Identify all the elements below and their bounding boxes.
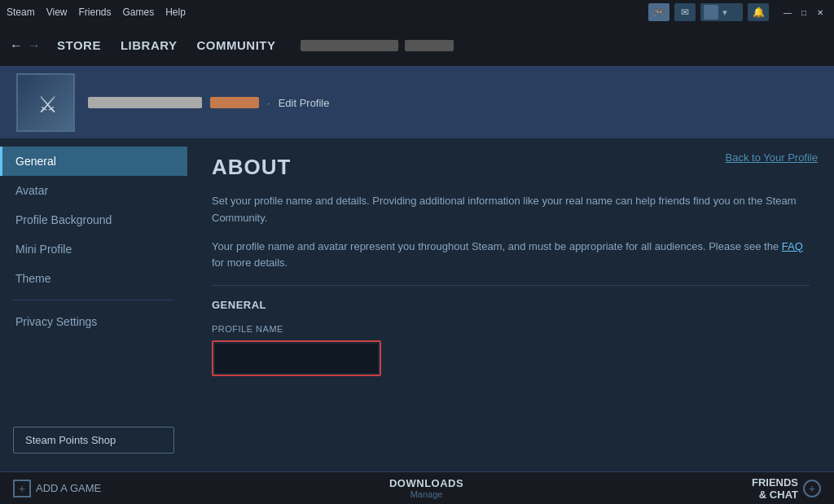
sidebar-item-general[interactable]: General	[0, 147, 187, 176]
edit-profile-separator: ·	[267, 97, 270, 109]
nav-links: STORE LIBRARY COMMUNITY	[57, 38, 276, 52]
about-description-1: Set your profile name and details. Provi…	[212, 193, 810, 227]
nav-library[interactable]: LIBRARY	[121, 38, 178, 52]
add-game-label: ADD A GAME	[36, 482, 101, 494]
minimize-button[interactable]: —	[780, 5, 795, 20]
bottom-bar: + ADD A GAME DOWNLOADS Manage FRIENDS & …	[0, 471, 834, 504]
friends-chat-button[interactable]: FRIENDS & CHAT +	[752, 476, 821, 501]
menu-help[interactable]: Help	[165, 7, 186, 18]
title-bar-right: 🎮 ✉ ▼ 🔔 — □ ✕	[648, 3, 827, 21]
sidebar-divider	[13, 300, 174, 300]
profile-name-input-wrapper	[212, 340, 381, 376]
friends-label: FRIENDS	[752, 476, 798, 489]
title-bar-icons: 🎮 ✉ ▼ 🔔	[648, 3, 769, 21]
downloads-label: DOWNLOADS	[389, 477, 463, 489]
chat-label: & CHAT	[752, 489, 798, 501]
menu-friends[interactable]: Friends	[78, 7, 111, 18]
window-controls: — □ ✕	[780, 5, 827, 20]
menu-view[interactable]: View	[46, 7, 68, 18]
nav-bar: ← → STORE LIBRARY COMMUNITY	[0, 24, 834, 67]
general-section-label: GENERAL	[212, 299, 810, 311]
downloads-manage-label: Manage	[389, 489, 463, 499]
user-avatar-btn[interactable]: ▼	[700, 3, 743, 21]
profile-header: ⚔ · Edit Profile	[0, 67, 834, 138]
profile-info: · Edit Profile	[88, 97, 330, 109]
profile-name-redacted	[88, 97, 202, 108]
profile-avatar: ⚔	[16, 73, 75, 132]
back-arrow[interactable]: ←	[10, 38, 23, 53]
profile-name-input[interactable]	[215, 344, 378, 373]
sidebar-item-profile-background[interactable]: Profile Background	[0, 205, 187, 234]
sidebar-item-mini-profile[interactable]: Mini Profile	[0, 234, 187, 264]
menu-games[interactable]: Games	[123, 7, 155, 18]
steam-icon-btn[interactable]: 🎮	[648, 3, 669, 21]
mail-icon-btn[interactable]: ✉	[674, 3, 696, 21]
menu-steam[interactable]: Steam	[7, 7, 35, 18]
nav-store[interactable]: STORE	[57, 38, 101, 52]
title-bar: Steam View Friends Games Help 🎮 ✉ ▼ 🔔 — …	[0, 0, 834, 24]
user-level-redacted	[405, 40, 454, 51]
main-area: General Avatar Profile Background Mini P…	[0, 138, 834, 471]
username-redacted	[301, 40, 398, 51]
sidebar-btn-area: Steam Points Shop	[0, 417, 187, 463]
avatar-image: ⚔	[18, 75, 75, 132]
title-bar-left: Steam View Friends Games Help	[7, 7, 186, 18]
steam-points-shop-button[interactable]: Steam Points Shop	[13, 427, 174, 454]
add-game-button[interactable]: + ADD A GAME	[13, 480, 101, 497]
sidebar-spacer	[0, 336, 187, 417]
sidebar: General Avatar Profile Background Mini P…	[0, 138, 187, 471]
back-to-profile-link[interactable]: Back to Your Profile	[726, 151, 818, 164]
title-bar-menu: Steam View Friends Games Help	[7, 7, 186, 18]
notification-icon-btn[interactable]: 🔔	[748, 3, 769, 21]
add-game-plus-icon: +	[13, 480, 31, 497]
nav-username-block	[301, 40, 454, 51]
nav-arrows: ← →	[10, 38, 41, 53]
maximize-button[interactable]: □	[797, 5, 811, 20]
forward-arrow[interactable]: →	[28, 38, 41, 53]
profile-badge-redacted	[210, 97, 259, 108]
nav-community[interactable]: COMMUNITY	[197, 38, 276, 52]
section-title: ABOUT	[212, 155, 810, 180]
edit-profile-link[interactable]: Edit Profile	[279, 97, 330, 109]
sidebar-item-avatar[interactable]: Avatar	[0, 176, 187, 205]
downloads-button[interactable]: DOWNLOADS Manage	[389, 477, 463, 499]
sidebar-item-privacy-settings[interactable]: Privacy Settings	[0, 307, 187, 336]
user-dropdown-arrow: ▼	[721, 8, 729, 17]
about-description-2: Your profile name and avatar represent y…	[212, 239, 810, 273]
profile-name-row: · Edit Profile	[88, 97, 330, 109]
section-divider-general	[212, 285, 810, 286]
friends-chat-plus-icon: +	[803, 480, 821, 497]
faq-link[interactable]: FAQ	[782, 240, 803, 252]
nav-user-area	[301, 40, 454, 51]
friends-chat-text: FRIENDS & CHAT	[752, 476, 798, 501]
profile-name-label: PROFILE NAME	[212, 324, 810, 334]
sidebar-item-theme[interactable]: Theme	[0, 264, 187, 293]
content-area: Back to Your Profile ABOUT Set your prof…	[187, 138, 834, 471]
user-avatar-small	[704, 5, 718, 20]
close-button[interactable]: ✕	[813, 5, 827, 20]
